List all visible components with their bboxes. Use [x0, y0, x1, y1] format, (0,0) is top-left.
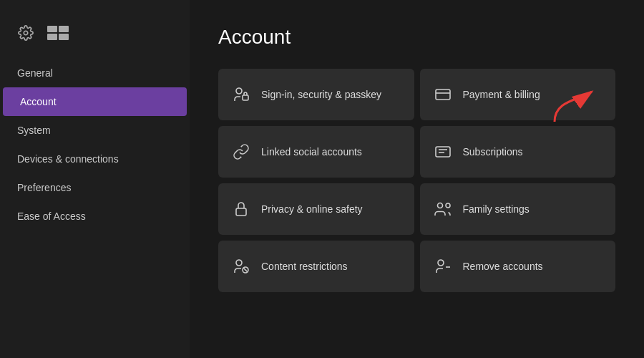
card-subscriptions-label: Subscriptions	[463, 145, 523, 158]
people-icon	[433, 199, 453, 219]
sidebar: General Account System Devices & connect…	[0, 0, 190, 358]
sidebar-item-system[interactable]: System	[0, 116, 190, 145]
svg-point-13	[437, 203, 442, 208]
svg-rect-12	[236, 208, 246, 216]
sidebar-item-ease[interactable]: Ease of Access	[0, 202, 190, 231]
svg-point-5	[236, 88, 242, 94]
svg-point-15	[236, 260, 242, 266]
svg-rect-7	[436, 90, 450, 100]
svg-rect-2	[59, 26, 69, 32]
card-payment-label: Payment & billing	[463, 88, 540, 101]
cards-grid: Sign-in, security & passkey Payment & bi…	[218, 69, 615, 292]
svg-rect-6	[243, 95, 248, 100]
card-privacy[interactable]: Privacy & online safety	[218, 183, 414, 235]
card-payment[interactable]: Payment & billing	[420, 69, 616, 120]
svg-rect-9	[436, 147, 450, 157]
settings-icon	[14, 21, 37, 44]
person-restrict-icon	[231, 256, 251, 276]
card-signin[interactable]: Sign-in, security & passkey	[218, 69, 414, 120]
card-remove-label: Remove accounts	[463, 260, 543, 273]
lock-icon	[231, 199, 251, 219]
person-remove-icon	[433, 256, 453, 276]
list-card-icon	[433, 142, 453, 162]
main-content: Account Sign-in, security & passkey	[190, 0, 644, 358]
page-title: Account	[218, 26, 615, 49]
svg-point-0	[24, 31, 28, 35]
svg-point-18	[438, 260, 444, 266]
person-lock-icon	[231, 84, 251, 105]
svg-rect-1	[47, 26, 57, 32]
sidebar-nav: General Account System Devices & connect…	[0, 59, 190, 231]
card-remove[interactable]: Remove accounts	[420, 241, 616, 292]
sidebar-item-devices[interactable]: Devices & connections	[0, 145, 190, 173]
svg-rect-3	[47, 34, 57, 40]
card-linked[interactable]: Linked social accounts	[218, 126, 414, 178]
card-family[interactable]: Family settings	[420, 183, 616, 235]
logo	[46, 24, 72, 42]
sidebar-item-account[interactable]: Account	[3, 87, 187, 116]
svg-line-17	[244, 268, 248, 272]
card-privacy-label: Privacy & online safety	[261, 203, 363, 216]
card-content-label: Content restrictions	[261, 260, 348, 273]
card-content[interactable]: Content restrictions	[218, 241, 414, 292]
card-family-label: Family settings	[463, 203, 530, 216]
sidebar-header	[0, 14, 190, 59]
card-subscriptions[interactable]: Subscriptions	[420, 126, 616, 178]
link-icon	[231, 142, 251, 162]
sidebar-item-general[interactable]: General	[0, 59, 190, 87]
svg-point-14	[446, 203, 450, 208]
svg-rect-4	[59, 34, 69, 40]
card-icon	[433, 84, 453, 105]
card-linked-label: Linked social accounts	[261, 145, 362, 158]
card-signin-label: Sign-in, security & passkey	[261, 88, 381, 101]
sidebar-item-preferences[interactable]: Preferences	[0, 173, 190, 202]
